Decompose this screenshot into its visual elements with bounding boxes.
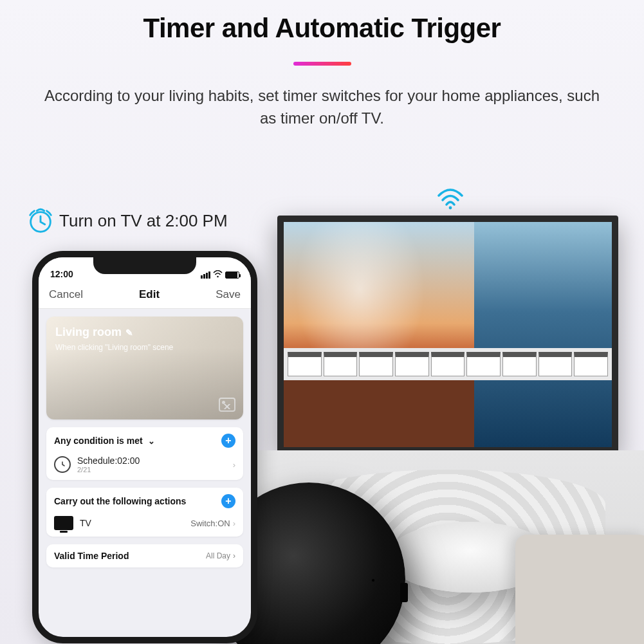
valid-time-label: Valid Time Period xyxy=(54,551,129,561)
svg-point-2 xyxy=(217,276,219,278)
scene-description: When clicking "Living room" scene xyxy=(55,343,234,352)
scene-name: Living room xyxy=(55,326,122,339)
actions-title: Carry out the following actions xyxy=(54,496,186,506)
clock-outline-icon xyxy=(54,456,71,473)
phone-mockup: 12:00 Cancel Edit Save Living room ✎ Whe… xyxy=(32,251,257,643)
tv-icon xyxy=(54,516,73,530)
timer-caption-text: Turn on TV at 2:00 PM xyxy=(59,211,228,231)
pencil-icon[interactable]: ✎ xyxy=(125,327,133,338)
screen-nav: Cancel Edit Save xyxy=(39,281,251,309)
valid-time-value: All Day xyxy=(206,551,230,560)
page-header: Timer and Automatic Trigger According to… xyxy=(0,0,644,130)
valid-time-card[interactable]: Valid Time Period All Day › xyxy=(46,544,243,567)
phone-notch xyxy=(93,257,196,274)
action-row-tv[interactable]: TV Switch:ON › xyxy=(54,511,235,530)
battery-icon xyxy=(225,271,239,279)
chevron-right-icon: › xyxy=(233,460,235,470)
wifi-status-icon xyxy=(213,270,223,279)
tv-illustration xyxy=(277,216,618,454)
status-indicators xyxy=(201,270,239,279)
add-condition-button[interactable]: + xyxy=(221,434,235,448)
chevron-right-icon: › xyxy=(233,519,235,528)
chevron-right-icon: › xyxy=(233,551,235,560)
schedule-label: Schedule:02:00 xyxy=(77,455,140,466)
cellular-icon xyxy=(201,271,210,279)
svg-point-1 xyxy=(449,207,452,210)
conditions-card: Any condition is met ⌄ + Schedule:02:00 … xyxy=(46,427,243,480)
chevron-down-icon: ⌄ xyxy=(148,436,155,446)
accent-divider xyxy=(293,62,351,66)
action-device-label: TV xyxy=(80,518,91,528)
conditions-dropdown[interactable]: Any condition is met ⌄ xyxy=(54,436,155,446)
page-title: Timer and Automatic Trigger xyxy=(0,13,644,44)
schedule-row[interactable]: Schedule:02:00 2/21 › xyxy=(54,450,235,474)
cancel-button[interactable]: Cancel xyxy=(49,288,83,301)
scene-hero-card[interactable]: Living room ✎ When clicking "Living room… xyxy=(46,317,243,419)
timer-caption: Turn on TV at 2:00 PM xyxy=(26,206,228,235)
schedule-date: 2/21 xyxy=(77,466,140,474)
image-icon[interactable] xyxy=(219,398,235,412)
action-value: Switch:ON xyxy=(190,519,230,528)
save-button[interactable]: Save xyxy=(216,288,241,301)
add-action-button[interactable]: + xyxy=(221,494,235,508)
clock-icon xyxy=(26,206,55,235)
screen-title: Edit xyxy=(139,288,160,301)
page-subtitle: According to your living habits, set tim… xyxy=(0,85,644,130)
status-time: 12:00 xyxy=(50,269,73,279)
wifi-icon xyxy=(437,187,464,216)
actions-card: Carry out the following actions + TV Swi… xyxy=(46,488,243,537)
